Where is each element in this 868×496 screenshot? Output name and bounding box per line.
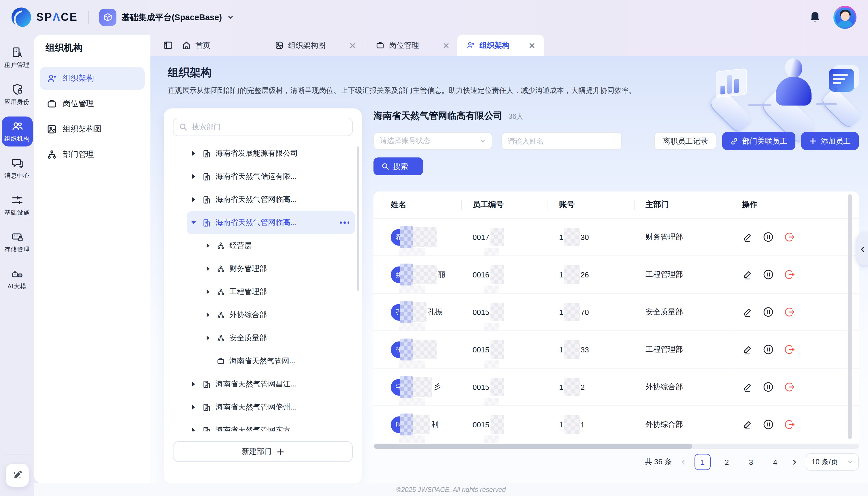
- search-button[interactable]: 搜索: [373, 157, 423, 175]
- table-row[interactable]: 张 0015 133 工程管理部: [373, 330, 859, 368]
- pause-circle-icon[interactable]: [762, 231, 774, 243]
- sidebar-item-dept-mgmt[interactable]: 部门管理: [40, 143, 145, 166]
- caret-down-icon[interactable]: [190, 220, 196, 225]
- next-page-icon[interactable]: [791, 459, 798, 465]
- rail-item-storage[interactable]: 存储管理: [1, 227, 33, 257]
- edit-icon[interactable]: [742, 419, 753, 430]
- deactivate-icon[interactable]: [784, 381, 795, 393]
- tree-scrollbar[interactable]: [357, 146, 359, 291]
- rail-item-identity[interactable]: 应用身份: [1, 80, 33, 110]
- building-icon: [202, 195, 211, 204]
- tree-node[interactable]: 海南省天然气管网东方...: [164, 419, 362, 431]
- redacted-block: [491, 378, 504, 396]
- prev-page-icon[interactable]: [680, 459, 687, 465]
- tab-home[interactable]: 首页: [182, 40, 210, 50]
- workspace-switcher[interactable]: 基础集成平台(SpaceBase): [99, 9, 234, 26]
- caret-right-icon[interactable]: [205, 335, 211, 341]
- table-row[interactable]: 宇 彡 0015 12 外协综合部: [373, 368, 859, 405]
- close-tab-icon[interactable]: [350, 42, 356, 48]
- collapse-panel-handle[interactable]: [856, 233, 868, 265]
- col-header-name: 姓名: [373, 191, 461, 218]
- tree-node-selected[interactable]: 海南省天然气管网临高...: [187, 211, 355, 234]
- ai-assistant-button[interactable]: [5, 464, 29, 487]
- pause-circle-icon[interactable]: [762, 344, 774, 355]
- tree-node[interactable]: 海南省天然气管网昌江...: [164, 373, 362, 396]
- redacted-block: [413, 227, 437, 247]
- pause-circle-icon[interactable]: [762, 381, 774, 393]
- sidebar-item-org-chart[interactable]: 组织架构图: [40, 118, 145, 141]
- add-employee-button[interactable]: 添加员工: [801, 132, 859, 150]
- edit-icon[interactable]: [742, 269, 753, 280]
- tree-search-input[interactable]: [192, 123, 347, 131]
- new-department-button[interactable]: 新建部门: [173, 441, 353, 462]
- caret-right-icon[interactable]: [205, 243, 211, 249]
- edit-icon[interactable]: [742, 344, 753, 355]
- tree-node[interactable]: 安全质量部: [164, 326, 362, 350]
- departed-employees-button[interactable]: 离职员工记录: [654, 132, 717, 150]
- link-employees-button[interactable]: 部门关联员工: [722, 132, 795, 150]
- account-status-select[interactable]: 请选择账号状态: [373, 132, 492, 150]
- deactivate-icon[interactable]: [784, 231, 795, 243]
- tree-node[interactable]: 海南省天然气管网儋州...: [164, 396, 362, 419]
- scrollbar-thumb[interactable]: [374, 444, 692, 449]
- tree-node[interactable]: 工程管理部: [164, 280, 362, 304]
- tree-node[interactable]: 财务管理部: [164, 257, 362, 280]
- page-4[interactable]: 4: [767, 454, 783, 470]
- table-row[interactable]: 翟 0017 130 财务管理部: [373, 218, 859, 255]
- tree-node-position[interactable]: 海南省天然气管网...: [164, 350, 362, 373]
- tree-node[interactable]: 外协综合部: [164, 304, 362, 326]
- page-3[interactable]: 3: [743, 454, 759, 470]
- page-1[interactable]: 1: [694, 454, 711, 470]
- deactivate-icon[interactable]: [784, 344, 795, 355]
- tab-position-mgmt[interactable]: 岗位管理: [376, 40, 449, 50]
- caret-right-icon[interactable]: [190, 174, 196, 180]
- table-row[interactable]: 孔 孔振 0015 170 安全质量部: [373, 293, 859, 330]
- edit-icon[interactable]: [742, 232, 753, 243]
- pause-circle-icon[interactable]: [762, 419, 774, 430]
- rail-item-organization[interactable]: 组织机构: [1, 117, 33, 146]
- notification-bell-icon[interactable]: [809, 11, 821, 24]
- caret-right-icon[interactable]: [190, 428, 196, 431]
- name-filter-input[interactable]: [508, 137, 615, 145]
- tree-node[interactable]: 海南省天然气管网临高...: [164, 188, 362, 211]
- page-size-select[interactable]: 10 条/页: [806, 453, 859, 471]
- table-row[interactable]: 时 利 0015 11 外协综合部: [373, 405, 859, 443]
- user-avatar[interactable]: [833, 6, 856, 29]
- vertical-scrollbar[interactable]: [848, 195, 852, 439]
- rail-item-ai-models[interactable]: AI大模: [1, 264, 33, 294]
- name-filter-field[interactable]: [501, 132, 622, 150]
- pause-circle-icon[interactable]: [762, 269, 774, 280]
- caret-right-icon[interactable]: [190, 197, 196, 202]
- edit-icon[interactable]: [742, 307, 753, 317]
- tree-node[interactable]: 海南省发展能源有限公司: [164, 142, 362, 165]
- org-tree-icon: [217, 334, 225, 342]
- deactivate-icon[interactable]: [784, 419, 795, 430]
- sidebar-item-org-structure[interactable]: 组织架构: [40, 67, 145, 90]
- page-2[interactable]: 2: [719, 454, 735, 470]
- rail-item-tenant[interactable]: 租户管理: [1, 43, 33, 73]
- rail-item-messages[interactable]: 消息中心: [1, 153, 33, 183]
- caret-right-icon[interactable]: [205, 289, 211, 295]
- caret-right-icon[interactable]: [190, 151, 196, 156]
- sidebar-item-position-mgmt[interactable]: 岗位管理: [40, 92, 145, 115]
- caret-right-icon[interactable]: [205, 312, 211, 318]
- tree-node[interactable]: 海南省天然气储运有限...: [164, 165, 362, 188]
- close-tab-icon[interactable]: [529, 42, 535, 48]
- close-tab-icon[interactable]: [443, 42, 449, 48]
- table-row[interactable]: 姚 丽 0016 126 工程管理部: [373, 255, 859, 293]
- tab-org-structure-active[interactable]: 组织架构: [457, 35, 544, 56]
- tab-org-chart[interactable]: 组织架构图: [275, 40, 356, 50]
- rail-item-infrastructure[interactable]: 基础设施: [1, 190, 33, 220]
- more-actions-icon[interactable]: [335, 222, 349, 224]
- caret-right-icon[interactable]: [205, 266, 211, 272]
- edit-icon[interactable]: [742, 382, 753, 392]
- collapse-panel-icon[interactable]: [163, 41, 173, 50]
- deactivate-icon[interactable]: [784, 306, 795, 318]
- pause-circle-icon[interactable]: [762, 306, 774, 318]
- deactivate-icon[interactable]: [784, 269, 795, 280]
- caret-right-icon[interactable]: [190, 381, 196, 387]
- caret-right-icon[interactable]: [190, 404, 196, 410]
- tree-node[interactable]: 经营层: [164, 234, 362, 257]
- horizontal-scrollbar[interactable]: [373, 444, 859, 449]
- tree-search-box[interactable]: [173, 118, 353, 136]
